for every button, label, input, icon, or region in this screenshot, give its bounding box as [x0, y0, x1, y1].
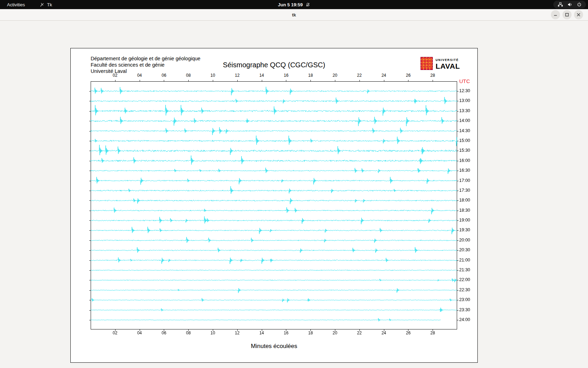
utc-time-label: 20:30 [459, 247, 470, 252]
x-tick-label-top: 06 [162, 73, 166, 78]
x-tick-label-bottom: 06 [162, 330, 166, 335]
app-menu[interactable]: Tk [38, 0, 53, 9]
utc-time-label: 18:00 [459, 198, 470, 203]
x-tick-label-bottom: 02 [113, 330, 117, 335]
x-tick-label-top: 04 [137, 73, 142, 78]
x-tick-label-bottom: 16 [284, 330, 288, 335]
x-tick-label-bottom: 28 [430, 330, 435, 335]
screen: Activities Tk Jun 5 19:59 [0, 0, 588, 368]
volume-icon [567, 2, 573, 7]
window-titlebar[interactable]: tk [0, 9, 588, 21]
x-tick-label-bottom: 04 [137, 330, 142, 335]
utc-time-label: 13:00 [459, 98, 470, 103]
x-tick-label-top: 20 [332, 73, 337, 78]
utc-time-label: 14:30 [459, 128, 470, 133]
x-tick-label-bottom: 20 [332, 330, 337, 335]
logo-universite-text: UNIVERSITÉ [436, 59, 460, 62]
tk-window-content: Département de géologie et de génie géol… [0, 21, 588, 368]
system-status-area[interactable] [553, 1, 586, 8]
x-tick-label-top: 12 [235, 73, 239, 78]
universite-laval-logo: UNIVERSITÉ LAVAL [420, 57, 460, 71]
utc-time-label: 24:00 [459, 317, 470, 322]
x-tick-label-bottom: 12 [235, 330, 239, 335]
utc-time-label: 12:30 [459, 88, 470, 93]
utc-time-label: 21:00 [459, 258, 470, 263]
utc-time-label: 16:30 [459, 168, 470, 173]
utc-time-label: 19:00 [459, 218, 470, 223]
close-button[interactable] [574, 10, 583, 19]
x-tick-label-bottom: 10 [210, 330, 215, 335]
maximize-button[interactable] [562, 10, 572, 19]
activities-button[interactable]: Activities [6, 0, 26, 9]
laval-shield-icon [420, 57, 433, 71]
gnome-top-bar: Activities Tk Jun 5 19:59 [0, 0, 588, 9]
x-tick-label-bottom: 14 [259, 330, 264, 335]
x-tick-label-bottom: 22 [357, 330, 362, 335]
app-menu-label: Tk [47, 2, 52, 7]
x-tick-label-top: 24 [382, 73, 386, 78]
x-tick-label-top: 08 [186, 73, 191, 78]
x-tick-label-top: 16 [284, 73, 288, 78]
seismograph-panel: Département de géologie et de génie géol… [70, 48, 478, 363]
clock-label: Jun 5 19:59 [278, 2, 303, 7]
x-tick-label-bottom: 08 [186, 330, 191, 335]
notifications-muted-icon [306, 2, 310, 7]
minimize-button[interactable] [551, 10, 560, 19]
x-axis-title: Minutes écoulées [71, 343, 477, 350]
utc-time-label: 17:30 [459, 188, 470, 193]
utc-time-label: 19:30 [459, 227, 470, 232]
utc-time-label: 21:30 [459, 267, 470, 272]
utc-time-label: 15:30 [459, 148, 470, 153]
x-tick-label-top: 26 [406, 73, 411, 78]
x-tick-label-top: 28 [430, 73, 435, 78]
utc-time-label: 22:00 [459, 277, 470, 282]
power-icon [577, 2, 582, 7]
utc-time-label: 20:00 [459, 238, 470, 243]
x-tick-label-bottom: 26 [406, 330, 411, 335]
utc-time-label: 18:30 [459, 208, 470, 213]
utc-time-label: 14:00 [459, 118, 470, 123]
utc-time-label: 23:30 [459, 307, 470, 312]
utc-time-label: 16:00 [459, 158, 470, 163]
window-title: tk [292, 12, 296, 18]
tk-app-icon [40, 2, 44, 7]
seismogram-canvas [88, 79, 460, 332]
network-icon [558, 2, 563, 7]
utc-time-label: 22:30 [459, 287, 470, 292]
utc-time-label: 17:00 [459, 178, 470, 183]
logo-laval-text: LAVAL [436, 62, 460, 70]
utc-time-label: 13:30 [459, 108, 470, 113]
plot-title: Séismographe QCQ (CGC/GSC) [71, 61, 477, 69]
x-tick-label-top: 18 [308, 73, 313, 78]
activities-label: Activities [7, 2, 25, 7]
x-tick-label-bottom: 18 [308, 330, 313, 335]
clock-menu[interactable]: Jun 5 19:59 [278, 2, 310, 7]
x-tick-label-top: 22 [357, 73, 362, 78]
x-tick-label-bottom: 24 [382, 330, 386, 335]
x-tick-label-top: 02 [113, 73, 117, 78]
x-tick-label-top: 14 [259, 73, 264, 78]
utc-time-label: 23:00 [459, 297, 470, 302]
utc-axis-label: UTC [459, 78, 470, 84]
x-tick-label-top: 10 [210, 73, 215, 78]
utc-time-label: 15:00 [459, 138, 470, 143]
